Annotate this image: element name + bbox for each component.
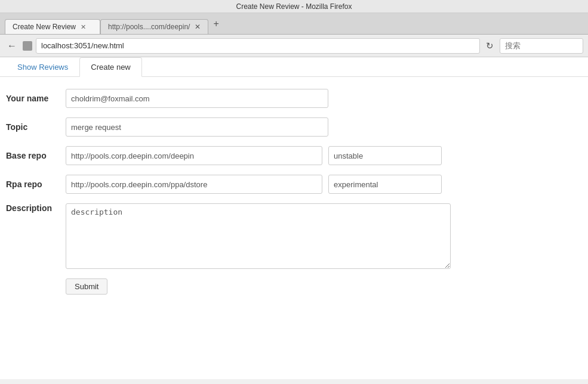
title-bar: Create New Review - Mozilla Firefox <box>0 0 588 13</box>
form-container: Your name Topic Base repo Rpa repo Descr… <box>0 77 588 316</box>
tab-label-inactive: http://pools....com/deepin/ <box>108 23 190 31</box>
reload-button[interactable]: ↻ <box>484 39 496 52</box>
input-rpa-repo-branch[interactable] <box>328 175 442 194</box>
tab-show-reviews[interactable]: Show Reviews <box>6 57 79 77</box>
close-tab-inactive-icon[interactable]: ✕ <box>195 23 201 31</box>
form-row-name: Your name <box>6 89 582 108</box>
input-description[interactable]: description <box>66 203 451 269</box>
title-text: Create New Review - Mozilla Firefox <box>236 2 352 11</box>
label-base-repo: Base repo <box>6 151 60 160</box>
search-input[interactable] <box>500 38 583 54</box>
address-bar: ← ↻ <box>0 35 588 57</box>
label-topic: Topic <box>6 122 60 132</box>
url-input[interactable] <box>36 38 480 54</box>
back-button[interactable]: ← <box>5 39 19 52</box>
tab-create-new[interactable]: Create new <box>79 57 141 77</box>
input-base-repo-url[interactable] <box>66 146 322 165</box>
input-topic[interactable] <box>66 117 328 137</box>
tab-bar: Create New Review ✕ http://pools....com/… <box>0 13 588 35</box>
submit-button[interactable]: Submit <box>66 278 107 295</box>
browser-tab-inactive[interactable]: http://pools....com/deepin/ ✕ <box>100 19 208 34</box>
page-content: Show Reviews Create new Your name Topic … <box>0 57 588 379</box>
nav-tabs: Show Reviews Create new <box>0 57 588 77</box>
input-your-name[interactable] <box>66 89 328 108</box>
form-row-submit: Submit <box>6 278 582 295</box>
input-base-repo-branch[interactable] <box>328 146 442 165</box>
form-row-topic: Topic <box>6 117 582 137</box>
form-row-description: Description description <box>6 203 582 269</box>
label-rpa-repo: Rpa repo <box>6 179 60 189</box>
label-description: Description <box>6 203 60 213</box>
label-your-name: Your name <box>6 94 60 103</box>
input-rpa-repo-url[interactable] <box>66 175 322 194</box>
form-row-rpa-repo: Rpa repo <box>6 175 582 194</box>
new-tab-button[interactable]: + <box>208 16 223 32</box>
browser-tab-active[interactable]: Create New Review ✕ <box>5 19 100 34</box>
close-tab-icon[interactable]: ✕ <box>81 23 86 31</box>
form-row-base-repo: Base repo <box>6 146 582 165</box>
tab-label-active: Create New Review <box>13 23 76 31</box>
favicon-icon <box>23 41 32 51</box>
